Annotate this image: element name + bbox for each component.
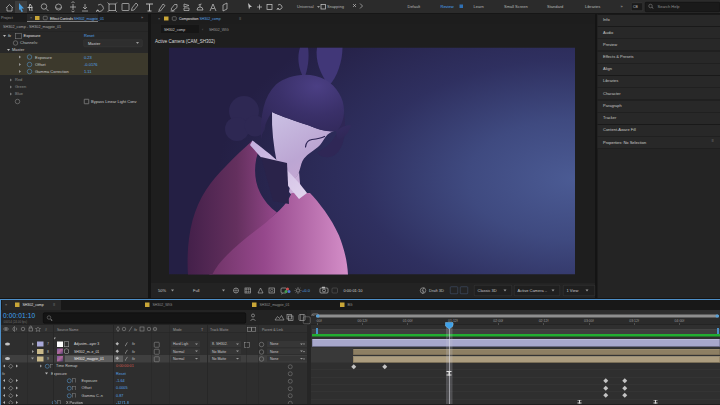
svg-text:fx: fx <box>134 327 138 332</box>
